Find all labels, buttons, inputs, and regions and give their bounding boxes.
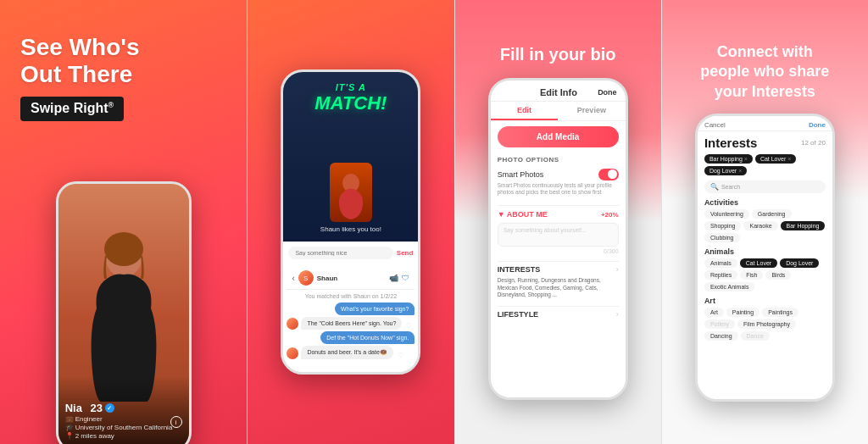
interests-row[interactable]: INTERESTS › xyxy=(498,261,619,277)
heart-icon-2[interactable]: ♡ xyxy=(398,352,403,359)
tag-paintings[interactable]: Paintings xyxy=(762,308,798,317)
match-text: MATCH! xyxy=(283,92,418,114)
tag-dance[interactable]: Dance xyxy=(741,331,770,341)
panel-match: IT'S A MATCH! Shaun likes you too! Send … xyxy=(248,0,453,444)
tag-exotic-animals[interactable]: Exotic Animals xyxy=(704,282,755,291)
shield-icon[interactable]: 🛡 xyxy=(402,274,409,282)
chat-back-icon[interactable]: ‹ xyxy=(292,274,294,283)
tag-painting[interactable]: Painting xyxy=(726,308,760,317)
smart-photos-toggle[interactable] xyxy=(598,169,619,180)
char-count: 0/300 xyxy=(498,248,619,254)
about-me-section: ▼ ABOUT ME +20% Say something about your… xyxy=(491,202,626,258)
about-me-textarea[interactable]: Say something about yourself... xyxy=(498,223,619,247)
chat-name: Shaun xyxy=(317,275,390,282)
tab-edit[interactable]: Edit xyxy=(491,102,559,120)
lifestyle-section: LIFESTYLE › xyxy=(491,302,626,325)
tag-fish[interactable]: Fish xyxy=(740,270,763,280)
tag-gardening[interactable]: Gardening xyxy=(752,209,792,219)
selected-tag-cat-lover[interactable]: Cat Lover × xyxy=(755,154,796,164)
selected-tag-bar-hopping[interactable]: Bar Hopping × xyxy=(704,154,753,164)
chat-message-3: Def the "Hot Donuts Now" sign. xyxy=(287,331,415,344)
interests-section: INTERESTS › Design, Running, Dungeons an… xyxy=(491,258,626,302)
phone-screen-1: Nia 23 ✓ 💼 Engineer 🎓 University of Sout… xyxy=(58,184,189,444)
phone-mockup-4: Cancel Done Interests 12 of 20 Bar Hoppi… xyxy=(695,114,835,402)
tag-shopping[interactable]: Shopping xyxy=(704,221,742,230)
interests-cancel-button[interactable]: Cancel xyxy=(704,121,726,129)
bio-header-title: Edit Info xyxy=(520,87,598,97)
match-person-photo xyxy=(330,163,372,222)
chat-avatar: S xyxy=(298,270,314,286)
tag-karaoke[interactable]: Karaoke xyxy=(743,221,777,230)
tag-dog-lover[interactable]: Dog Lover xyxy=(780,258,819,268)
tag-pottery[interactable]: Pottery xyxy=(704,319,735,329)
phone-mockup-3: Edit Info Done Edit Preview Add Media PH… xyxy=(488,78,628,400)
chat-message-1: What's your favorite sign? xyxy=(287,302,415,315)
say-something-input[interactable] xyxy=(288,247,392,259)
category-animals: Animals Animals Cat Lover Dog Lover Rept… xyxy=(698,244,832,293)
add-media-button[interactable]: Add Media xyxy=(498,126,619,147)
chat-bubble-me-1: What's your favorite sign? xyxy=(335,302,415,315)
chevron-right-icon: › xyxy=(616,265,619,274)
send-button[interactable]: Send xyxy=(397,249,414,257)
category-activities-title: Activities xyxy=(704,198,826,207)
tag-reptiles[interactable]: Reptiles xyxy=(704,270,737,280)
message-input-area[interactable]: Send xyxy=(283,241,418,264)
bio-screen: Edit Info Done Edit Preview Add Media PH… xyxy=(491,80,626,397)
panel-4-label: Connect with people who share your Inter… xyxy=(687,42,843,102)
tag-birds[interactable]: Birds xyxy=(765,270,791,280)
interests-screen: Cancel Done Interests 12 of 20 Bar Hoppi… xyxy=(698,116,832,399)
bio-tabs: Edit Preview xyxy=(491,102,626,121)
chat-avatar-small-2 xyxy=(287,347,298,359)
match-silhouette xyxy=(334,171,368,222)
about-me-expandable[interactable]: ▼ ABOUT ME +20% xyxy=(498,205,619,223)
headline-line2: Out There xyxy=(20,61,132,87)
remove-tag-icon-2[interactable]: × xyxy=(787,156,791,162)
lifestyle-row[interactable]: LIFESTYLE › xyxy=(498,306,619,322)
chat-avatar-small xyxy=(287,318,298,330)
match-screen: IT'S A MATCH! Shaun likes you too! xyxy=(283,72,418,241)
remove-tag-icon-3[interactable]: × xyxy=(738,168,742,174)
match-title: IT'S A MATCH! xyxy=(283,82,418,114)
smart-photos-row: Smart Photos xyxy=(498,167,619,182)
tag-animals[interactable]: Animals xyxy=(704,258,737,268)
tag-dancing[interactable]: Dancing xyxy=(704,331,738,341)
chat-header: ‹ S Shaun 📹 🛡 xyxy=(287,267,415,290)
verified-badge: ✓ xyxy=(105,403,114,413)
chat-message-2: The "Cold Beers Here" sign. You? ♡ xyxy=(287,317,415,330)
category-activities: Activities Volunteering Gardening Shoppi… xyxy=(698,195,832,244)
video-call-icon[interactable]: 📹 xyxy=(389,274,398,282)
profile-job: 💼 Engineer xyxy=(65,415,182,423)
panel-swipe-right: See Who's Out There Swipe Right® xyxy=(0,0,247,444)
interests-count: 12 of 20 xyxy=(801,139,826,147)
tag-cat-lover[interactable]: Cat Lover xyxy=(740,258,777,268)
chat-message-4: Donuts and beer. It's a date🍩 ♡ xyxy=(287,346,415,359)
remove-tag-icon[interactable]: × xyxy=(744,156,748,162)
search-icon: 🔍 xyxy=(710,183,719,191)
interests-done-button[interactable]: Done xyxy=(809,121,826,129)
bio-done-button[interactable]: Done xyxy=(598,88,617,97)
tab-preview[interactable]: Preview xyxy=(558,102,626,120)
panel-3-label: Fill in your bio xyxy=(500,45,616,64)
chat-bubble-me-2: Def the "Hot Donuts Now" sign. xyxy=(320,331,415,344)
chat-screen: ‹ S Shaun 📹 🛡 You matched with Shaun on … xyxy=(283,264,418,372)
tag-volunteering[interactable]: Volunteering xyxy=(704,209,749,219)
selected-tag-dog-lover[interactable]: Dog Lover × xyxy=(704,166,747,175)
info-icon[interactable]: i xyxy=(170,416,182,428)
photo-options-section: PHOTO OPTIONS Smart Photos Smart Photos … xyxy=(491,153,626,203)
likes-text: Shaun likes you too! xyxy=(320,225,381,233)
category-animals-title: Animals xyxy=(704,247,826,256)
search-placeholder: Search xyxy=(721,184,740,190)
heart-icon-1[interactable]: ♡ xyxy=(406,322,412,330)
interests-title-row: Interests 12 of 20 xyxy=(698,131,832,153)
tag-art[interactable]: Art xyxy=(704,308,724,317)
lifestyle-label: LIFESTYLE xyxy=(498,310,539,319)
interests-search[interactable]: 🔍 Search xyxy=(704,180,826,193)
phone-mockup-1: Nia 23 ✓ 💼 Engineer 🎓 University of Sout… xyxy=(56,181,192,444)
phone-mockup-2: IT'S A MATCH! Shaun likes you too! Send … xyxy=(281,69,420,375)
tag-clubbing[interactable]: Clubbing xyxy=(704,233,740,242)
chevron-right-icon-2: › xyxy=(616,310,619,319)
headline: See Who's Out There xyxy=(20,34,139,88)
tag-film-photography[interactable]: Film Photography xyxy=(737,319,796,329)
tag-bar-hopping[interactable]: Bar Hopping xyxy=(781,221,826,230)
panel-interests: Connect with people who share your Inter… xyxy=(662,0,868,444)
